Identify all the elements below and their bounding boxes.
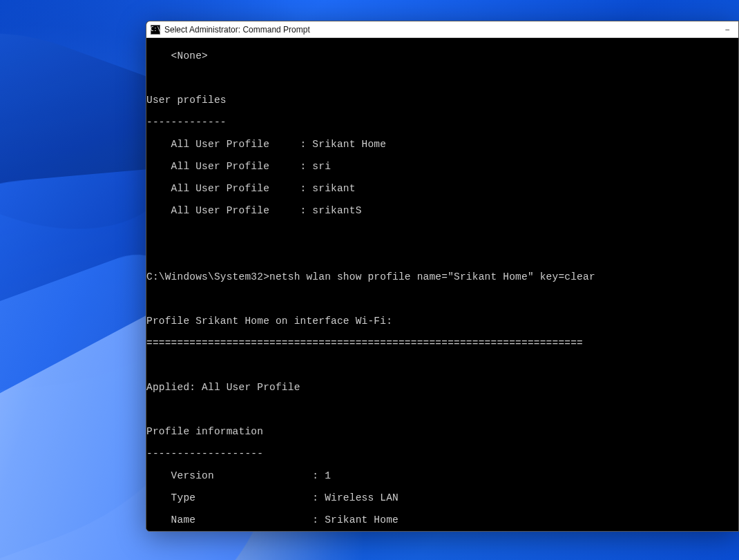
titlebar[interactable]: C:\ Select Administrator: Command Prompt… xyxy=(146,21,738,38)
profile-list-item: All User Profile : Srikant Home xyxy=(146,139,738,150)
profile-list-item: All User Profile : srikant xyxy=(146,183,738,194)
output-line xyxy=(146,360,738,371)
applied-line: Applied: All User Profile xyxy=(146,382,738,393)
kv-version: Version : 1 xyxy=(146,470,738,481)
kv-type: Type : Wireless LAN xyxy=(146,492,738,503)
output-line: <None> xyxy=(146,50,738,61)
minimize-button[interactable]: − xyxy=(720,25,734,35)
cmd-app-icon: C:\ xyxy=(151,25,160,35)
separator: ------------- xyxy=(146,117,738,128)
output-line xyxy=(146,249,738,260)
profile-interface-header: Profile Srikant Home on interface Wi-Fi: xyxy=(146,316,738,327)
profile-list-item: All User Profile : sri xyxy=(146,161,738,172)
separator: ========================================… xyxy=(146,338,738,349)
profile-list-item: All User Profile : srikantS xyxy=(146,205,738,216)
output-line xyxy=(146,227,738,238)
section-header-user-profiles: User profiles xyxy=(146,95,738,106)
window-title: Select Administrator: Command Prompt xyxy=(164,25,310,35)
command-prompt-window[interactable]: C:\ Select Administrator: Command Prompt… xyxy=(146,21,739,532)
separator: ------------------- xyxy=(146,448,738,459)
kv-name: Name : Srikant Home xyxy=(146,514,738,525)
terminal-output[interactable]: <None> User profiles ------------- All U… xyxy=(146,38,738,531)
output-line xyxy=(146,293,738,305)
output-line xyxy=(146,404,738,415)
prompt-command: C:\Windows\System32>netsh wlan show prof… xyxy=(146,271,738,282)
section-header-profile-info: Profile information xyxy=(146,426,738,437)
output-line xyxy=(146,73,738,84)
